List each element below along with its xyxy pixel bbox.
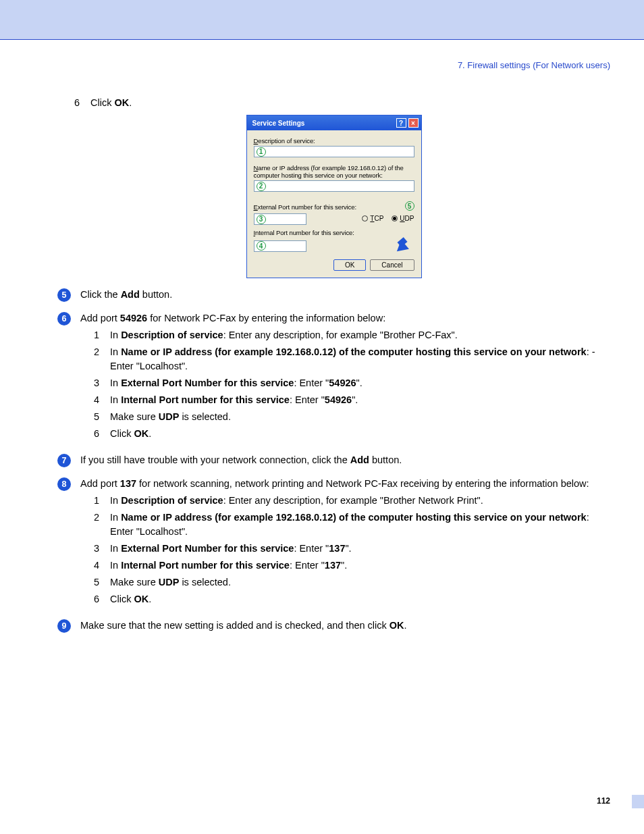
ip-label: Name or IP address (for example 192.168.… — [254, 164, 414, 179]
substep: 6Click OK. — [94, 427, 610, 441]
step-5: 5 Click the Add button. — [57, 288, 610, 302]
t: Click the — [80, 289, 121, 300]
substep-num: 6 — [94, 592, 103, 606]
substep-text: In Name or IP address (for example 192.1… — [110, 345, 610, 373]
step-bullet: 9 — [57, 619, 71, 633]
side-tab — [632, 795, 644, 808]
substep-text: In Description of service: Enter any des… — [110, 328, 458, 342]
help-icon[interactable]: ? — [396, 118, 406, 128]
substep: 5Make sure UDP is selected. — [94, 575, 610, 590]
t: escription of service: — [258, 137, 315, 145]
ext-port-input[interactable]: 3 — [254, 213, 306, 225]
step-body: Add port 54926 for Network PC-Fax by ent… — [80, 311, 610, 444]
int-port-label: Internal Port number for this service: — [254, 229, 414, 236]
intro-substep: 6 Click OK. — [57, 97, 610, 108]
desc-input[interactable]: 1 — [254, 146, 414, 157]
substep-text: In Internal Port number for this service… — [110, 393, 358, 407]
substep-num: 1 — [94, 328, 103, 342]
step-9: 9 Make sure that the new setting is adde… — [57, 619, 610, 633]
substep-text: Click OK. — [110, 427, 151, 441]
desc-label: Description of service: — [254, 137, 414, 145]
int-port-input[interactable]: 4 — [254, 240, 306, 252]
substep-text: Make sure UDP is selected. — [110, 575, 231, 590]
substep-text: In External Port Number for this service… — [110, 376, 363, 390]
ok-button[interactable]: OK — [333, 259, 366, 271]
substep-num: 1 — [94, 494, 103, 508]
top-banner — [0, 0, 644, 39]
t: button. — [140, 289, 172, 300]
substep: 2In Name or IP address (for example 192.… — [94, 345, 610, 373]
substep-num: 5 — [94, 575, 103, 590]
udp-radio[interactable]: UDP — [392, 215, 414, 222]
t: OK — [390, 620, 404, 631]
page-content: 6 Click OK. Service Settings ? × Descrip… — [0, 70, 644, 633]
t: 137 — [120, 478, 136, 489]
substep-num: 2 — [94, 511, 103, 539]
t: 54926 — [120, 313, 147, 323]
tcp-radio[interactable]: TCP — [362, 215, 383, 222]
dialog-title-text: Service Settings — [252, 120, 305, 127]
t: Add port — [80, 313, 120, 323]
step-8: 8 Add port 137 for network scanning, net… — [57, 477, 610, 609]
step-body: Click the Add button. — [80, 288, 610, 302]
substep-text: In External Port Number for this service… — [110, 542, 352, 556]
substep-text: In Internal Port number for this service… — [110, 558, 347, 573]
t: Add — [121, 289, 140, 300]
substep: 6Click OK. — [94, 592, 610, 606]
page-number: 112 — [597, 796, 610, 806]
substep-num: 6 — [94, 427, 103, 441]
step-body: If you still have trouble with your netw… — [80, 453, 610, 467]
substep: 4In Internal Port number for this servic… — [94, 393, 610, 407]
substep-text: Click OK. — [90, 97, 132, 108]
t: Add — [350, 454, 369, 465]
step-body: Make sure that the new setting is added … — [80, 619, 610, 633]
ip-input[interactable]: 2 — [254, 180, 414, 192]
step-7: 7 If you still have trouble with your ne… — [57, 453, 610, 467]
substep-text: Click OK. — [110, 592, 151, 606]
substep: 1In Description of service: Enter any de… — [94, 328, 610, 342]
substep-text: In Name or IP address (for example 192.1… — [110, 511, 610, 539]
substep: 3In External Port Number for this servic… — [94, 376, 610, 390]
step-bullet: 7 — [57, 454, 71, 467]
breadcrumb: 7. Firewall settings (For Network users) — [0, 40, 644, 70]
marker-2: 2 — [257, 182, 266, 191]
marker-1: 1 — [257, 147, 266, 157]
dialog-titlebar: Service Settings ? × — [247, 115, 421, 130]
substep-num: 5 — [94, 410, 103, 424]
substep-num: 6 — [74, 97, 84, 108]
ext-port-label: External Port number for this service: — [254, 203, 357, 211]
substep-num: 3 — [94, 376, 103, 390]
marker-5: 5 — [405, 201, 414, 211]
substep-num: 4 — [94, 393, 103, 407]
substep: 5Make sure UDP is selected. — [94, 410, 610, 424]
step-bullet: 6 — [57, 312, 71, 325]
dialog-body: Description of service: 1 Name or IP add… — [247, 130, 421, 278]
step-6: 6 Add port 54926 for Network PC-Fax by e… — [57, 311, 610, 444]
substep-num: 4 — [94, 558, 103, 573]
dialog-screenshot: Service Settings ? × Description of serv… — [57, 115, 610, 278]
substep: 4In Internal Port number for this servic… — [94, 558, 610, 573]
substep-num: 2 — [94, 345, 103, 373]
close-icon[interactable]: × — [408, 118, 419, 128]
radio-icon — [362, 215, 368, 221]
marker-4: 4 — [257, 241, 266, 251]
protocol-radio-group: TCP UDP — [362, 215, 414, 222]
t: for Network PC-Fax by entering the infor… — [147, 313, 385, 323]
t: button. — [369, 454, 402, 465]
t: . — [129, 97, 132, 108]
arrow-icon — [389, 238, 406, 253]
substep-text: Make sure UDP is selected. — [110, 410, 231, 424]
cancel-button[interactable]: Cancel — [370, 259, 414, 271]
substep: 3In External Port Number for this servic… — [94, 542, 610, 556]
marker-3: 3 — [257, 215, 266, 224]
t: Add port — [80, 478, 120, 489]
step-body: Add port 137 for network scanning, netwo… — [80, 477, 610, 609]
t: OK — [114, 97, 129, 108]
substep-num: 3 — [94, 542, 103, 556]
step-bullet: 8 — [57, 477, 71, 491]
t: . — [404, 620, 407, 631]
radio-icon — [392, 215, 398, 221]
substep: 2In Name or IP address (for example 192.… — [94, 511, 610, 539]
t: Click — [90, 97, 114, 108]
t: If you still have trouble with your netw… — [80, 454, 350, 465]
